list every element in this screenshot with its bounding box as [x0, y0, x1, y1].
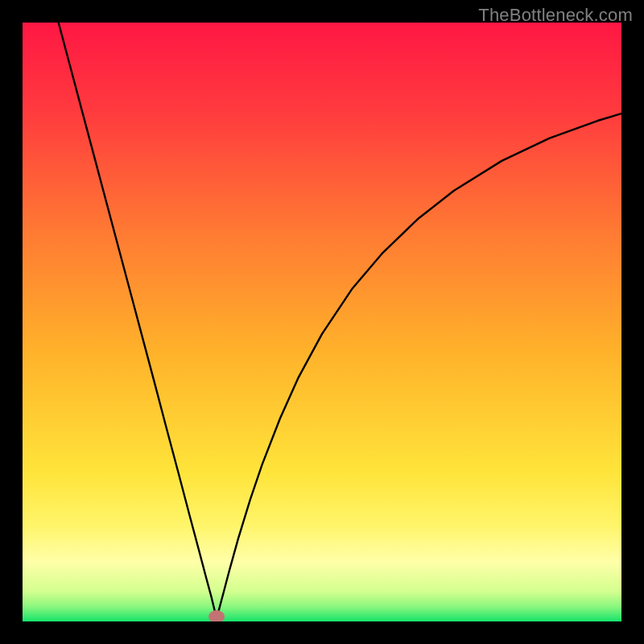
gradient-background [23, 23, 621, 621]
plot-area [23, 23, 621, 621]
watermark-text: TheBottleneck.com [478, 5, 633, 26]
chart-svg [23, 23, 621, 621]
chart-frame: TheBottleneck.com [0, 0, 644, 644]
